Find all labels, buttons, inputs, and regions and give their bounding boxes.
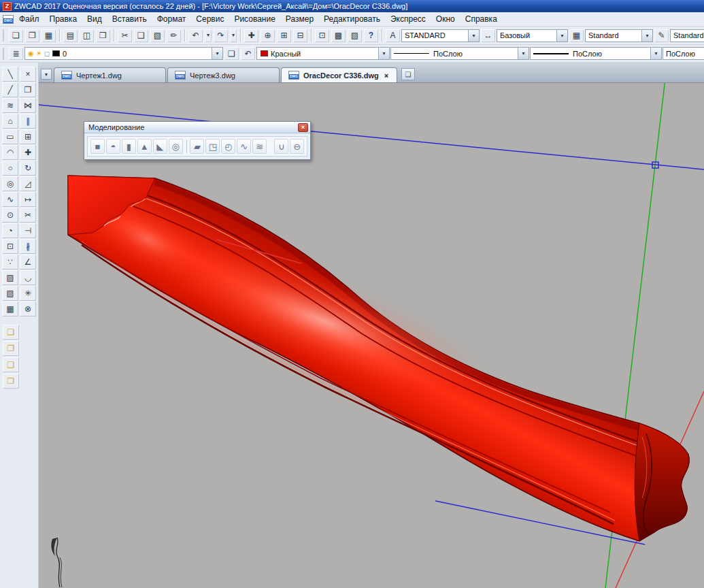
arc-tool-button[interactable]: ◠	[2, 145, 18, 160]
solid-cone-button[interactable]: ▲	[137, 139, 152, 154]
redo-dropdown-arrow[interactable]: ▾	[229, 29, 237, 43]
gradient-tool-button[interactable]: ▧	[2, 286, 18, 301]
print-preview-button[interactable]: ◫	[79, 29, 95, 43]
layer-tool-2-button[interactable]: ❐	[3, 341, 19, 356]
array-tool-button[interactable]: ⊞	[20, 129, 36, 144]
polysolid-button[interactable]: ▰	[190, 139, 204, 154]
menu-draw[interactable]: Рисование	[229, 13, 280, 25]
menu-file[interactable]: Файл	[14, 13, 44, 25]
extrude-button[interactable]: ◳	[205, 139, 220, 154]
cut-button[interactable]: ✂	[117, 29, 133, 43]
menu-insert[interactable]: Вставить	[107, 13, 152, 25]
toolbars-button[interactable]: ▨	[347, 29, 363, 43]
spline-tool-button[interactable]: ∿	[2, 192, 18, 207]
tab-drawing1[interactable]: DWG Чертеж1.dwg	[54, 67, 166, 82]
copy-tool-button[interactable]: ❐	[20, 82, 36, 97]
layer-tool-4-button[interactable]: ❒	[3, 374, 19, 389]
circle-tool-button[interactable]: ○	[2, 161, 18, 176]
solid-box-button[interactable]: ■	[90, 139, 105, 154]
menu-view[interactable]: Вид	[82, 13, 107, 25]
print-button[interactable]: ▤	[63, 29, 78, 43]
make-layer-current-button[interactable]: ❏	[224, 46, 239, 61]
modeling-toolbar-titlebar[interactable]: Моделирование ×	[84, 122, 310, 133]
redo-button[interactable]: ↷	[213, 29, 229, 43]
layer-tool-1-button[interactable]: ❏	[3, 325, 19, 340]
tab-drawing3[interactable]: DWG Чертеж3.dwg	[167, 67, 280, 82]
zoom-window-button[interactable]: ⊞	[276, 29, 292, 43]
menu-window[interactable]: Окно	[431, 13, 460, 25]
text-style-combo[interactable]: STANDARD ▾	[401, 29, 480, 42]
break-tool-button[interactable]: ∦	[20, 239, 36, 254]
lineweight-combo[interactable]: ПоСлою ▾	[530, 47, 662, 60]
close-icon[interactable]: ×	[298, 123, 308, 132]
modeling-toolbar[interactable]: Моделирование × ■ ◓ ▮ ▲ ◣ ◎ ▰ ◳ ◴	[84, 121, 311, 160]
toolbar-grip[interactable]	[3, 48, 5, 60]
save-button[interactable]: ▦	[41, 29, 56, 43]
plot-style-combo[interactable]: ПоСлою	[663, 47, 704, 60]
sweep-button[interactable]: ∿	[237, 139, 251, 154]
text-style-icon[interactable]: A	[385, 29, 401, 43]
subtract-button[interactable]: ⊖	[290, 139, 304, 154]
table-style-combo[interactable]: Standard ▾	[585, 29, 653, 42]
zoom-realtime-button[interactable]: ⊕	[260, 29, 275, 43]
fillet-tool-button[interactable]: ◡	[20, 270, 36, 285]
menu-dimension[interactable]: Размер	[281, 13, 318, 25]
scale-tool-button[interactable]: ◿	[20, 176, 36, 191]
join-tool-button[interactable]: ⊗	[20, 301, 36, 316]
toolbar-grip[interactable]	[3, 29, 5, 42]
tab-scroll-button[interactable]: ▼	[41, 69, 52, 80]
erase-tool-button[interactable]: ×	[20, 67, 36, 82]
solid-wedge-button[interactable]: ◣	[153, 139, 167, 154]
trim-tool-button[interactable]: ✂	[20, 208, 36, 223]
donut-tool-button[interactable]: ◎	[2, 176, 18, 191]
tab-close-icon[interactable]: ×	[383, 71, 390, 80]
menu-tools[interactable]: Сервис	[191, 13, 229, 25]
layer-properties-button[interactable]: ≣	[8, 46, 24, 61]
dim-style-icon[interactable]: ↔	[480, 29, 496, 43]
table-style-icon[interactable]: ▦	[569, 29, 584, 43]
publish-button[interactable]: ❒	[95, 29, 111, 43]
undo-dropdown-arrow[interactable]: ▾	[204, 29, 212, 43]
open-file-button[interactable]: ❐	[24, 29, 40, 43]
revolve-button[interactable]: ◴	[221, 139, 235, 154]
rotate-tool-button[interactable]: ↻	[20, 161, 36, 176]
union-button[interactable]: ∪	[274, 139, 288, 154]
insert-block-tool-button[interactable]: ⊡	[2, 239, 18, 254]
drawing-canvas[interactable]: Моделирование × ■ ◓ ▮ ▲ ◣ ◎ ▰ ◳ ◴	[39, 83, 704, 588]
undo-button[interactable]: ↶	[188, 29, 203, 43]
hatch-tool-button[interactable]: ▨	[2, 270, 18, 285]
new-file-button[interactable]: ❏	[8, 29, 24, 43]
loft-button[interactable]: ≋	[252, 139, 267, 154]
explode-tool-button[interactable]: ✳	[20, 286, 36, 301]
ray-tool-button[interactable]: ╱	[2, 82, 18, 97]
pan-button[interactable]: ✚	[244, 29, 259, 43]
region-tool-button[interactable]: ▦	[2, 301, 18, 316]
ellipse-tool-button[interactable]: ⊙	[2, 208, 18, 223]
point-tool-button[interactable]: ∵	[2, 255, 18, 270]
stretch-tool-button[interactable]: ↦	[20, 192, 36, 207]
polyline-tool-button[interactable]: ≋	[2, 98, 18, 113]
new-tab-button[interactable]: ❏	[401, 68, 415, 80]
menu-edit[interactable]: Правка	[45, 13, 82, 25]
help-button[interactable]: ?	[363, 29, 379, 43]
dim-style-combo[interactable]: Базовый ▾	[497, 29, 568, 42]
ellipse-arc-tool-button[interactable]: ◔	[2, 223, 18, 238]
mleader-style-combo[interactable]: Standard	[670, 29, 704, 42]
paste-button[interactable]: ▧	[150, 29, 165, 43]
chamfer-tool-button[interactable]: ∠	[20, 255, 36, 270]
layer-combo[interactable]: ◉ ☀ ◻ 0 ▾	[24, 47, 223, 60]
mirror-tool-button[interactable]: ⋈	[20, 98, 36, 113]
color-combo[interactable]: Красный ▾	[256, 47, 390, 60]
copy-button[interactable]: ❑	[133, 29, 149, 43]
rectangle-tool-button[interactable]: ▭	[2, 129, 18, 144]
solid-cylinder-button[interactable]: ▮	[122, 139, 136, 154]
match-properties-button[interactable]: ✏	[166, 29, 182, 43]
solid-torus-button[interactable]: ◎	[169, 139, 183, 154]
tab-oracdecor-c336[interactable]: DWG OracDecor C336.dwg ×	[281, 67, 397, 82]
linetype-combo[interactable]: ПоСлою ▾	[390, 47, 529, 60]
move-tool-button[interactable]: ✚	[20, 145, 36, 160]
polygon-tool-button[interactable]: ⌂	[2, 114, 18, 129]
layer-previous-button[interactable]: ↶	[240, 46, 256, 61]
solid-sphere-button[interactable]: ◓	[106, 139, 120, 154]
line-tool-button[interactable]: ╲	[2, 67, 18, 82]
